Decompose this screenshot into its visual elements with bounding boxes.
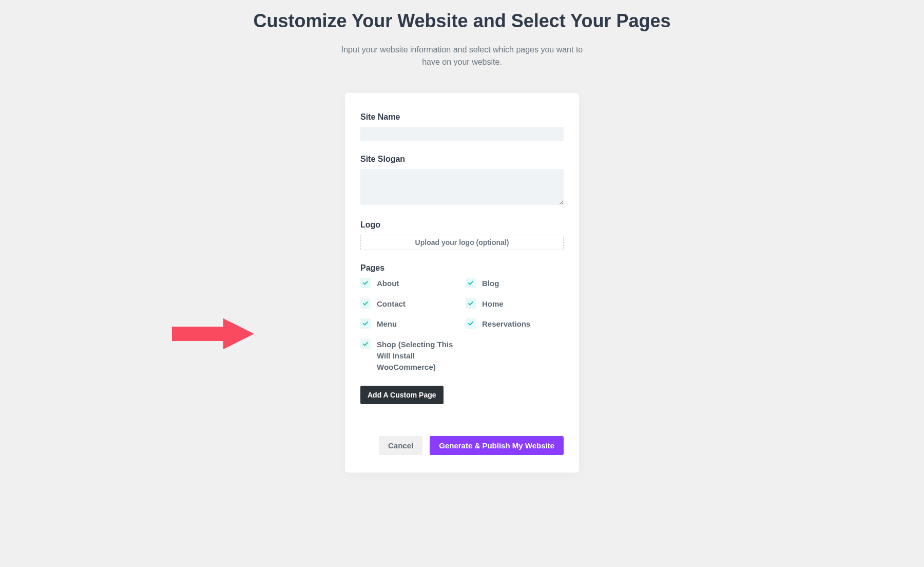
button-row: Cancel Generate & Publish My Website — [360, 436, 564, 455]
check-icon — [468, 320, 474, 327]
checkbox-menu[interactable] — [360, 318, 371, 329]
checkbox-contact[interactable] — [360, 298, 371, 309]
page-label: Shop (Selecting This Will Install WooCom… — [377, 339, 458, 372]
page-label: Contact — [377, 298, 406, 310]
site-name-field: Site Name — [360, 112, 564, 141]
generate-button[interactable]: Generate & Publish My Website — [430, 436, 564, 455]
add-custom-page-button[interactable]: Add A Custom Page — [360, 386, 444, 404]
check-icon — [468, 300, 474, 307]
page-item-blog: Blog — [466, 278, 564, 289]
page-item-about: About — [360, 278, 458, 289]
logo-label: Logo — [360, 220, 564, 230]
site-slogan-field: Site Slogan — [360, 155, 564, 207]
page-item-home: Home — [466, 298, 564, 310]
page-item-contact: Contact — [360, 298, 458, 310]
page-label: Menu — [377, 318, 397, 330]
site-name-input[interactable] — [360, 127, 564, 141]
page-item-menu: Menu — [360, 318, 458, 330]
check-icon — [362, 320, 369, 327]
pages-grid: About Blog Conta — [360, 278, 564, 373]
cancel-button[interactable]: Cancel — [379, 436, 422, 455]
check-icon — [362, 280, 369, 286]
page-label: Reservations — [482, 318, 530, 330]
page-subtitle: Input your website information and selec… — [334, 44, 590, 68]
page-label: Home — [482, 298, 504, 310]
customize-card: Site Name Site Slogan Logo Upload your l… — [345, 93, 579, 473]
check-icon — [362, 341, 369, 347]
page-label: About — [377, 278, 399, 289]
logo-field: Logo Upload your logo (optional) — [360, 220, 564, 250]
site-name-label: Site Name — [360, 112, 564, 122]
site-slogan-input[interactable] — [360, 169, 564, 205]
pages-label: Pages — [360, 263, 564, 273]
page-item-shop: Shop (Selecting This Will Install WooCom… — [360, 339, 458, 372]
site-slogan-label: Site Slogan — [360, 155, 564, 164]
checkbox-home[interactable] — [466, 298, 476, 309]
page-label: Blog — [482, 278, 499, 289]
checkbox-reservations[interactable] — [466, 318, 476, 329]
check-icon — [362, 300, 369, 307]
checkbox-shop[interactable] — [360, 339, 371, 349]
page-title: Customize Your Website and Select Your P… — [0, 9, 924, 33]
check-icon — [468, 280, 474, 286]
page-item-reservations: Reservations — [466, 318, 564, 330]
pages-field: Pages About Blog — [360, 263, 564, 423]
checkbox-about[interactable] — [360, 278, 371, 288]
logo-upload[interactable]: Upload your logo (optional) — [360, 235, 564, 250]
checkbox-blog[interactable] — [466, 278, 476, 288]
